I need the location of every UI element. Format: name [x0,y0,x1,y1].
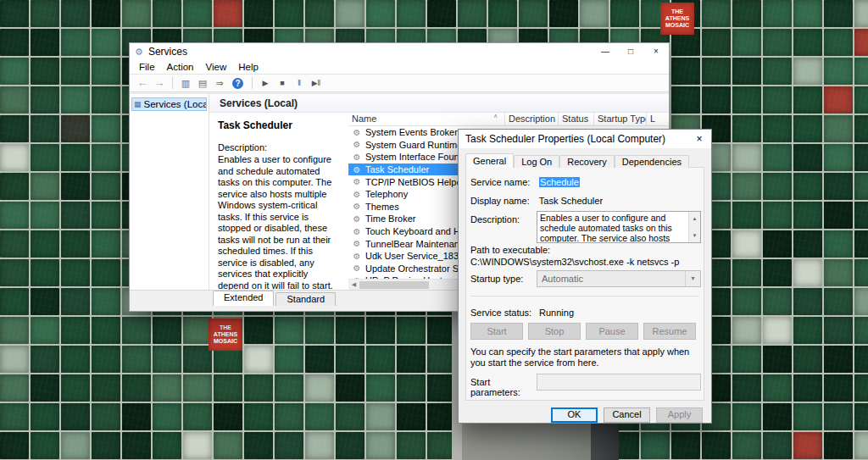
service-gear-icon: ⚙ [352,263,362,273]
service-gear-icon: ⚙ [352,202,362,211]
close-icon[interactable]: × [643,43,669,60]
toolbar-separator [252,77,253,89]
service-name: TCP/IP NetBIOS Helper [365,177,465,187]
service-gear-icon: ⚙ [352,190,362,199]
properties-icon[interactable]: ▤ [195,76,210,90]
menu-file[interactable]: File [133,62,161,72]
tab-recovery[interactable]: Recovery [559,155,614,168]
service-gear-icon: ⚙ [352,214,362,224]
scroll-down-icon[interactable]: ▼ [693,230,698,241]
tab-extended[interactable]: Extended [213,291,274,306]
service-status-label: Service status: [470,308,537,318]
description-label: Description: [218,142,340,152]
export-list-icon[interactable]: ⇒ [212,76,227,90]
help-icon[interactable]: ? [232,78,243,89]
path-to-executable-label: Path to executable: [470,245,550,255]
selected-service-title: Task Scheduler [218,119,340,131]
restart-service-icon[interactable]: ▶‖ [309,76,324,90]
service-name: Task Scheduler [365,164,429,175]
tab-standard[interactable]: Standard [275,292,336,306]
chevron-down-icon: ▼ [685,271,700,286]
service-gear-icon: ⚙ [352,128,362,137]
forward-icon[interactable]: → [152,76,167,90]
column-header-startup-type[interactable]: Startup Type [594,113,647,125]
column-header-name[interactable]: Name ∧ [348,113,505,125]
console-tree-pane: ▦ Services (Local) [130,94,209,290]
description-textbox[interactable]: Enables a user to configure and schedule… [537,211,701,243]
tree-item-label: Services (Local) [144,99,207,109]
services-app-icon: ⚙ [135,47,143,58]
description-label: Description: [470,214,537,224]
start-parameters-hint: You can specify the start parameters tha… [470,346,703,369]
maximize-icon[interactable]: □ [618,43,643,60]
service-name: Telephony [365,189,408,199]
service-description-pane: Task Scheduler Description: Enables a us… [209,113,348,290]
desktop: THE ATHENS MOSAIC THE ATHENS MOSAIC ⚙ Se… [0,0,868,460]
start-service-icon[interactable]: ▶ [258,76,273,90]
textbox-scrollbar[interactable]: ▲ ▼ [688,212,700,242]
dialog-action-buttons: OK Cancel Apply [551,407,703,423]
dialog-tabstrip: General Log On Recovery Dependencies [465,154,689,168]
scrollbar-thumb[interactable] [359,281,429,289]
service-gear-icon: ⚙ [352,227,362,236]
sort-ascending-icon: ∧ [493,113,498,119]
display-name-row: Display name: Task Scheduler [470,196,699,206]
console-tree-icon[interactable]: ▥ [178,76,193,90]
service-gear-icon: ⚙ [352,140,362,149]
tab-log-on[interactable]: Log On [514,155,559,168]
service-description-text: Enables a user to configure and schedule… [218,154,340,290]
description-text: Enables a user to configure and schedule… [540,213,672,243]
minimize-icon[interactable]: — [593,43,618,60]
dialog-close-icon[interactable]: × [687,130,711,148]
service-gear-icon: ⚙ [352,177,362,186]
toolbar: ← → ▥ ▤ ⇒ ? ▶ ■ ‖ ▶‖ [130,75,669,92]
scroll-left-icon[interactable]: ◀ [348,281,359,288]
menu-help[interactable]: Help [232,62,264,72]
menu-view[interactable]: View [200,62,233,72]
startup-type-value: Automatic [542,274,583,284]
column-header-status[interactable]: Status [559,113,594,125]
tab-general[interactable]: General [465,153,514,168]
services-titlebar[interactable]: ⚙ Services — □ × [130,43,669,60]
service-gear-icon: ⚙ [352,252,362,261]
service-name: Time Broker [365,213,416,224]
tab-dependencies[interactable]: Dependencies [615,155,689,168]
menu-action[interactable]: Action [161,62,200,72]
column-header-log-on-as[interactable]: L [647,113,669,125]
service-status-value: Running [539,308,574,318]
window-controls: — □ × [593,43,669,60]
pause-service-icon[interactable]: ‖ [292,76,307,90]
back-icon[interactable]: ← [135,76,150,90]
startup-type-label: Startup type: [470,274,537,284]
start-parameters-label: Start parameters: [470,377,537,397]
console-root-icon: ▦ [134,100,142,108]
menubar: File Action View Help [130,60,669,75]
resume-button: Resume [643,323,696,340]
display-name-label: Display name: [470,196,537,206]
start-button: Start [470,323,523,340]
toolbar-separator [172,77,173,89]
path-value-row: C:\WINDOWS\system32\svchost.exe -k netsv… [470,257,699,267]
stop-button: Stop [528,323,581,340]
tree-item-services-local[interactable]: ▦ Services (Local) [131,97,207,111]
path-label-row: Path to executable: [470,245,699,255]
service-status-row: Service status: Running [470,308,699,318]
scroll-up-icon[interactable]: ▲ [693,213,698,224]
service-name-label: Service name: [470,177,537,187]
divider [470,296,699,297]
apply-button: Apply [656,407,703,423]
dialog-titlebar[interactable]: Task Scheduler Properties (Local Compute… [459,130,711,148]
display-name-value: Task Scheduler [539,196,603,206]
service-gear-icon: ⚙ [352,152,362,162]
wallpaper-brand-tile-top: THE ATHENS MOSAIC [660,3,694,35]
service-name-row: Service name: Schedule [470,177,699,187]
list-column-headers: Name ∧ Description Status Startup Type L [348,113,669,126]
ok-button[interactable]: OK [551,407,598,423]
wallpaper-brand-tile-bottom: THE ATHENS MOSAIC [209,319,242,351]
start-parameters-input [537,374,701,391]
pane-header-title: Services (Local) [209,94,669,113]
column-header-description[interactable]: Description [505,113,559,125]
stop-service-icon[interactable]: ■ [275,76,290,90]
service-name-value[interactable]: Schedule [539,177,580,187]
cancel-button[interactable]: Cancel [604,407,650,423]
